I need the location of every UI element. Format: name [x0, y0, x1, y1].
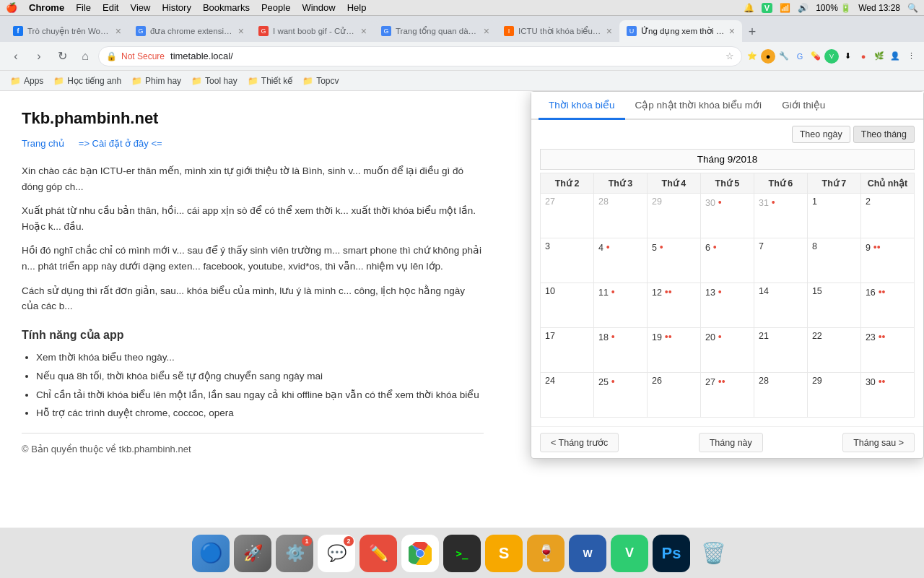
calendar-cell[interactable]: 27 •• [700, 373, 754, 418]
menu-window[interactable]: Window [302, 2, 335, 13]
profile-icon[interactable]: 👤 [888, 49, 902, 64]
tab-5[interactable]: I ICTU thời khóa biểu – Chi... × [497, 20, 619, 42]
dock-webull[interactable]: W [569, 535, 606, 572]
ext-5[interactable]: V [824, 49, 839, 64]
popup-tab-timetable[interactable]: Thời khóa biểu [539, 92, 625, 120]
bookmark-hoc-tieng-anh[interactable]: 📁 Học tiếng anh [49, 74, 126, 87]
notification-icon[interactable]: 🔔 [744, 3, 754, 13]
calendar-cell[interactable]: 18 • [593, 328, 647, 373]
wifi-icon[interactable]: 📶 [780, 3, 790, 13]
menu-dots[interactable]: ⋮ [904, 49, 918, 64]
view-by-day-button[interactable]: Theo ngày [792, 126, 850, 143]
tab-5-close[interactable]: × [606, 25, 612, 37]
calendar-cell[interactable]: 9 •• [860, 238, 914, 283]
prev-month-button[interactable]: < Tháng trước [540, 433, 619, 452]
view-by-month-button[interactable]: Theo tháng [853, 126, 915, 143]
verde-icon[interactable]: V [762, 3, 772, 13]
tab-2-close[interactable]: × [238, 25, 244, 37]
tab-3[interactable]: G I want boob gif - Cửa hàng... × [251, 20, 374, 42]
dock-verde[interactable]: V [611, 535, 648, 572]
home-button[interactable]: ⌂ [75, 46, 95, 66]
calendar-cell[interactable]: 10 [541, 283, 594, 328]
menu-people[interactable]: People [261, 2, 290, 13]
new-tab-button[interactable]: + [742, 22, 762, 42]
calendar-cell[interactable]: 13 • [700, 283, 754, 328]
tab-4[interactable]: G Trang tổng quan dành cho... × [374, 20, 497, 42]
calendar-cell[interactable]: 4 • [593, 238, 647, 283]
star-icon[interactable]: ☆ [725, 51, 734, 61]
popup-tab-about[interactable]: Giới thiệu [772, 92, 835, 120]
tab-4-close[interactable]: × [484, 25, 489, 37]
popup-tab-update[interactable]: Cập nhật thời khóa biểu mới [625, 92, 772, 120]
tab-1-close[interactable]: × [116, 25, 121, 37]
menu-file[interactable]: File [76, 2, 91, 13]
calendar-cell[interactable]: 26 [647, 373, 700, 418]
menu-history[interactable]: History [162, 2, 191, 13]
calendar-cell[interactable]: 14 [754, 283, 807, 328]
search-icon[interactable]: 🔍 [907, 3, 918, 13]
calendar-cell[interactable]: 1 [807, 194, 860, 238]
bookmark-thiet-ke[interactable]: 📁 Thiết kế [243, 74, 297, 87]
calendar-cell[interactable]: 15 [807, 283, 860, 328]
calendar-cell[interactable]: 17 [541, 328, 594, 373]
calendar-cell[interactable]: 6 • [700, 238, 754, 283]
bookmark-tool-hay[interactable]: 📁 Tool hay [187, 74, 242, 87]
tab-6[interactable]: U Ứng dụng xem thời khóa ... × [619, 20, 742, 42]
tab-2[interactable]: G đưa chrome extension lên... × [128, 20, 251, 42]
dock-terminal[interactable]: >_ [443, 535, 481, 572]
url-text[interactable]: timetable.local/ [170, 51, 721, 61]
calendar-cell[interactable]: 30 • [700, 194, 754, 238]
calendar-cell[interactable]: 21 [754, 328, 807, 373]
calendar-cell[interactable]: 12 •• [647, 283, 700, 328]
back-button[interactable]: ‹ [6, 46, 26, 66]
menu-view[interactable]: View [130, 2, 150, 13]
dock-slack[interactable]: 💬 2 [318, 535, 355, 572]
calendar-cell[interactable]: 29 [647, 194, 700, 238]
calendar-cell[interactable]: 29 [807, 373, 860, 418]
ext-7[interactable]: ● [856, 49, 871, 64]
nav-settings[interactable]: => Cài đặt ở đây <= [79, 137, 162, 152]
volume-icon[interactable]: 🔊 [798, 3, 808, 13]
calendar-cell[interactable]: 19 •• [647, 328, 700, 373]
calendar-cell[interactable]: 30 •• [860, 373, 914, 418]
ext-1[interactable]: ● [761, 49, 775, 64]
dock-chrome[interactable] [401, 535, 439, 572]
next-month-button[interactable]: Tháng sau > [842, 433, 915, 452]
bookmark-apps[interactable]: 📁 Apps [6, 74, 48, 87]
nav-home[interactable]: Trang chủ [22, 137, 64, 152]
dock-wineskin[interactable]: 🍷 [527, 535, 565, 572]
dock-sublime-text[interactable]: S [485, 535, 523, 572]
calendar-cell[interactable]: 16 •• [860, 283, 914, 328]
calendar-cell[interactable]: 20 • [700, 328, 754, 373]
calendar-cell[interactable]: 24 [541, 373, 594, 418]
menu-help[interactable]: Help [347, 2, 367, 13]
bookmark-topcv[interactable]: 📁 Topcv [298, 74, 343, 87]
ext-6[interactable]: ⬇ [840, 49, 855, 64]
reload-button[interactable]: ↻ [52, 46, 72, 66]
ext-4[interactable]: 💊 [808, 49, 823, 64]
calendar-cell[interactable]: 27 [541, 194, 594, 238]
dock-launchpad[interactable]: 🚀 [234, 535, 271, 572]
ext-2[interactable]: 🔧 [777, 49, 791, 64]
calendar-cell[interactable]: 23 •• [860, 328, 914, 373]
menu-bookmarks[interactable]: Bookmarks [203, 2, 250, 13]
dock-system-preferences[interactable]: ⚙️ 1 [276, 535, 313, 572]
ext-bookmark[interactable]: ⭐ [745, 49, 759, 64]
calendar-cell[interactable]: 28 [754, 373, 807, 418]
dock-finder[interactable]: 🔵 [192, 535, 230, 572]
address-bar[interactable]: 🔒 Not Secure timetable.local/ ☆ [98, 46, 742, 66]
calendar-cell[interactable]: 3 [541, 238, 594, 283]
apple-menu[interactable]: 🍎 [6, 2, 17, 13]
calendar-cell[interactable]: 8 [807, 238, 860, 283]
calendar-cell[interactable]: 5 • [647, 238, 700, 283]
dock-trash[interactable]: 🗑️ [694, 535, 732, 572]
dock-photoshop[interactable]: Ps [653, 535, 690, 572]
dock-pencil-app[interactable]: ✏️ [359, 535, 397, 572]
calendar-cell[interactable]: 22 [807, 328, 860, 373]
menu-edit[interactable]: Edit [103, 2, 118, 13]
tab-1[interactable]: f Trò chuyện trên Workplac... × [6, 20, 128, 42]
calendar-cell[interactable]: 31 • [754, 194, 807, 238]
calendar-cell[interactable]: 2 [860, 194, 914, 238]
tab-3-close[interactable]: × [361, 25, 367, 37]
ext-3[interactable]: G [793, 49, 807, 64]
